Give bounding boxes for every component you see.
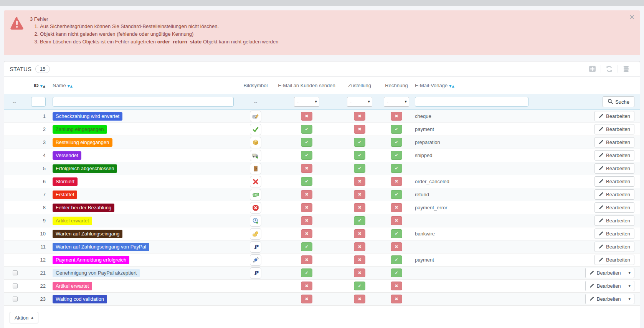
bulk-action-button[interactable]: Aktion ▲ — [10, 312, 38, 323]
delivery-filter-select[interactable]: - — [347, 97, 372, 107]
edit-button[interactable]: Bearbeiten — [594, 255, 634, 265]
status-row[interactable]: 8Fehler bei der Bezahlung✖✖✖payment_erro… — [4, 201, 640, 214]
status-row[interactable]: 21Genehmigung von PayPal akzeptiertPP✔✖✔… — [4, 267, 640, 280]
status-row[interactable]: 5Erfolgreich abgeschlossen✖✔✔Bearbeiten — [4, 162, 640, 175]
status-row[interactable]: 9Artikel erwartet✖✔✖Bearbeiten — [4, 214, 640, 227]
column-header-template: E-Mail-Vorlage — [415, 83, 447, 88]
alert-error-list: Aus Sicherheitsgründen können Sie Standa… — [30, 23, 278, 45]
filter-row: -- -- - - - — [4, 94, 640, 110]
edit-button[interactable]: Bearbeiten — [594, 229, 634, 239]
alert-error-item: Aus Sicherheitsgründen können Sie Standa… — [40, 23, 278, 30]
invoice-filter-select[interactable]: - — [384, 97, 409, 107]
pencil-icon — [590, 270, 594, 276]
row-id: 22 — [26, 280, 51, 292]
column-header-delivery: Zustellung — [348, 83, 371, 88]
row-checkbox[interactable] — [13, 297, 18, 301]
cross-icon — [250, 176, 261, 187]
email-check-icon: ✔ — [301, 151, 312, 160]
id-filter-input[interactable] — [31, 97, 46, 107]
invoice-cross-icon: ✖ — [391, 216, 402, 225]
email-template — [415, 267, 534, 279]
email-check-icon: ✔ — [301, 138, 312, 147]
add-button[interactable] — [584, 65, 601, 73]
status-row[interactable]: 6Storniert✔✖✖order_canceledBearbeiten — [4, 175, 640, 188]
delivery-check-icon: ✔ — [354, 282, 365, 290]
sort-name[interactable]: ▼▲ — [68, 83, 73, 88]
edit-button[interactable]: Bearbeiten — [594, 163, 634, 174]
edit-dropdown-button[interactable]: ▼ — [625, 294, 634, 304]
status-row[interactable]: 23Waiting cod validation✖✖✖Bearbeiten▼ — [4, 293, 640, 306]
status-badge: Waiting cod validation — [53, 295, 107, 303]
edit-button[interactable]: Bearbeiten — [594, 202, 634, 213]
edit-button[interactable]: Bearbeiten — [585, 281, 625, 291]
delivery-check-icon: ✔ — [354, 151, 365, 160]
email-template: payment — [415, 253, 534, 266]
edit-button[interactable]: Bearbeiten — [594, 111, 634, 121]
email-check-icon: ✔ — [301, 268, 312, 277]
sort-desc-icon: ▼ — [68, 84, 70, 88]
email-filter-select-wrap: - — [294, 97, 319, 107]
error-icon — [250, 202, 261, 214]
delivery-cross-icon: ✖ — [354, 255, 365, 264]
status-badge: Versendet — [53, 151, 81, 160]
email-cross-icon: ✖ — [301, 216, 312, 225]
email-filter-select[interactable]: - — [294, 97, 319, 107]
status-row[interactable]: 22Artikel erwartet✖✔✖Bearbeiten▼ — [4, 280, 640, 293]
caret-down-icon: ▼ — [629, 272, 631, 275]
invoice-check-icon: ✔ — [391, 164, 402, 173]
edit-button[interactable]: Bearbeiten — [594, 189, 634, 200]
status-row[interactable]: 11Warten auf Zahlungseingang von PayPalP… — [4, 240, 640, 253]
status-row[interactable]: 12Payment Anmeldung erfolgreich✖✖✔paymen… — [4, 253, 640, 267]
clock-icon — [250, 215, 261, 227]
edit-button[interactable]: Bearbeiten — [585, 294, 625, 304]
door-icon — [250, 163, 261, 174]
email-template — [415, 162, 534, 175]
row-id: 10 — [26, 227, 51, 240]
email-check-icon: ✔ — [301, 125, 312, 134]
sort-id[interactable]: ▼▲ — [40, 83, 46, 88]
edit-button[interactable]: Bearbeiten — [594, 137, 634, 147]
delivery-cross-icon: ✖ — [354, 268, 365, 277]
status-row[interactable]: 2Zahlung eingegangen✔✖✔paymentBearbeiten — [4, 123, 640, 136]
column-header-invoice: Rechnung — [385, 83, 408, 88]
export-sql-icon[interactable] — [618, 65, 634, 73]
close-icon[interactable]: × — [629, 13, 635, 20]
refresh-button[interactable] — [601, 65, 618, 73]
edit-button[interactable]: Bearbeiten — [594, 215, 634, 226]
row-checkbox[interactable] — [13, 283, 18, 288]
row-id: 23 — [26, 293, 51, 305]
edit-button-label: Bearbeiten — [606, 166, 630, 171]
name-filter-input[interactable] — [53, 97, 234, 107]
invoice-check-icon: ✔ — [391, 125, 402, 134]
edit-button[interactable]: Bearbeiten — [594, 124, 634, 134]
status-row[interactable]: 7Erstattet✖✖✔refundBearbeiten — [4, 188, 640, 201]
email-template: shipped — [415, 149, 534, 162]
row-checkbox[interactable] — [13, 270, 18, 275]
paypal-icon: PP — [250, 267, 261, 279]
status-row[interactable]: 1Scheckzahlung wird erwartet✖✖✖chequeBea… — [4, 110, 640, 123]
search-button[interactable]: Suche — [603, 96, 634, 107]
status-row[interactable]: 3Bestellung eingegangen✔✔✔preparationBea… — [4, 136, 640, 149]
edit-button[interactable]: Bearbeiten — [585, 268, 625, 278]
row-id: 9 — [26, 214, 51, 227]
template-filter-input[interactable] — [415, 97, 528, 107]
edit-button-label: Bearbeiten — [606, 257, 630, 263]
edit-dropdown-button[interactable]: ▼ — [625, 268, 634, 278]
status-row[interactable]: 10Warten auf Zahlungseingang✖✖✔bankwireB… — [4, 227, 640, 240]
status-row[interactable]: 4Versendet✔✔✔shippedBearbeiten — [4, 149, 640, 162]
delivery-check-icon: ✔ — [354, 164, 365, 173]
column-header-email: E-Mail an Kunden senden — [278, 83, 335, 88]
alert-error-item: Objekt kann nicht geladen werden (fehlen… — [40, 31, 278, 37]
column-header-id: ID — [34, 83, 39, 88]
status-badge: Fehler bei der Bezahlung — [53, 204, 114, 212]
edit-button[interactable]: Bearbeiten — [594, 150, 634, 161]
edit-button[interactable]: Bearbeiten — [594, 242, 634, 252]
invoice-cross-icon: ✖ — [391, 203, 402, 212]
invoice-cross-icon: ✖ — [391, 282, 402, 290]
delivery-cross-icon: ✖ — [354, 125, 365, 134]
edit-button[interactable]: Bearbeiten — [594, 176, 634, 187]
sort-template[interactable]: ▼▲ — [449, 83, 454, 88]
edit-button-label: Bearbeiten — [606, 192, 630, 197]
edit-dropdown-button[interactable]: ▼ — [625, 281, 634, 291]
caret-up-icon: ▲ — [31, 316, 33, 319]
